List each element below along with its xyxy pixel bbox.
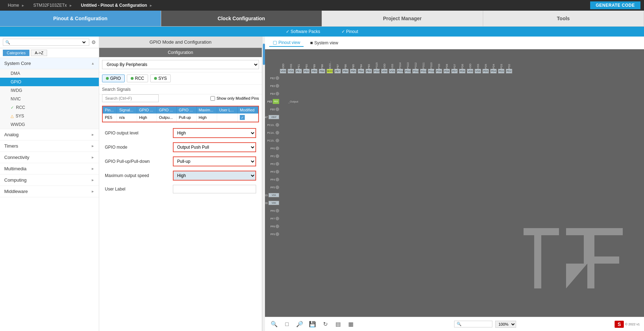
sidebar-item-sys[interactable]: △ SYS [0, 112, 99, 120]
grid-icon[interactable]: ▤ [333, 319, 343, 329]
group-by-select[interactable]: Group By Peripherals [102, 60, 259, 69]
signal-tab-rcc[interactable]: RCC [127, 75, 148, 82]
signal-tab-gpio[interactable]: GPIO [102, 75, 125, 82]
subtab-software-packs[interactable]: ✓ Software Packs [286, 29, 320, 34]
category-search-box[interactable]: 🔍 [3, 39, 89, 46]
category-analog[interactable]: Analog ► [0, 129, 99, 140]
category-dropdown[interactable] [12, 40, 87, 45]
gpio-mode-select[interactable]: Output Push Pull [174, 143, 255, 151]
bottom-search-input[interactable] [462, 322, 490, 326]
tab-pinout[interactable]: Pinout & Configuration [0, 11, 161, 26]
zoom-out-icon[interactable]: 🔎 [295, 319, 305, 329]
gpio-pull-select[interactable]: Pull-up [174, 157, 255, 166]
sidebar-item-rcc[interactable]: ✓ RCC [0, 103, 99, 112]
search-signals-input[interactable] [102, 94, 159, 102]
subtab-pinout[interactable]: ✓ Pinout [341, 29, 358, 34]
sidebar-item-iwdg[interactable]: IWDG [0, 86, 99, 95]
pin-pg10-top[interactable]: PG10PG10 [427, 49, 435, 74]
nav-project[interactable]: Untitled - Pinout & Configuration ► [77, 0, 157, 11]
settings-icon[interactable]: ⚙ [91, 39, 96, 45]
sidebar-item-gpio[interactable]: GPIO [0, 78, 99, 86]
pin-vss3-top[interactable]: VSSVSS [474, 49, 482, 74]
vss-box[interactable]: VSS [269, 193, 279, 197]
config-header: Configuration [99, 48, 262, 57]
pin-pd3-top[interactable]: PD3PD3 [497, 49, 505, 74]
pin-pb6-top[interactable]: PB6PB6 [341, 49, 349, 74]
gpio-pull-wrapper[interactable]: Pull-up [173, 156, 256, 166]
category-timers[interactable]: Timers ► [0, 140, 99, 152]
sidebar-item-wwdg[interactable]: WWDG [0, 120, 99, 129]
system-view-btn[interactable]: ■ System view [306, 39, 341, 46]
signal-tab-sys[interactable]: SYS [150, 75, 171, 82]
right-panel: ▢ Pinout view ■ System view VDDVDD VSSVS… [265, 37, 644, 331]
center-scrollbar[interactable] [262, 37, 265, 331]
pe5-pin-box[interactable]: PE5 [273, 99, 279, 104]
tab-tools[interactable]: Tools [483, 11, 644, 26]
pin-pg15-top[interactable]: PG15PG15 [373, 49, 380, 74]
zoom-in-icon[interactable]: 🔍 [269, 319, 279, 329]
category-system-core[interactable]: System Core ▲ [0, 58, 99, 69]
tab-clock[interactable]: Clock Configuration [161, 11, 322, 26]
pin-pg13-top[interactable]: PG13PG13 [404, 49, 412, 74]
sidebar-item-nvic[interactable]: NVIC [0, 95, 99, 103]
pin-pd7-top[interactable]: PD7PD7 [451, 49, 458, 74]
pin-pb4-top[interactable]: PB4PB4 [357, 49, 365, 74]
pin-pg14-top[interactable]: PG14PG14 [396, 49, 404, 74]
category-computing[interactable]: Computing ► [0, 175, 99, 186]
gpio-mode-wrapper[interactable]: Output Push Pull [173, 142, 256, 152]
generate-code-button[interactable]: GENERATE CODE [590, 1, 640, 9]
pin-pd5-top[interactable]: PD5PD5 [482, 49, 490, 74]
pin-pb3-top[interactable]: PB3PB3 [365, 49, 373, 74]
pinout-view-btn[interactable]: ▢ Pinout view [269, 39, 304, 47]
max-speed-wrapper[interactable]: High [173, 171, 256, 181]
system-view-icon: ■ [310, 40, 313, 45]
max-speed-select[interactable]: High [174, 171, 255, 180]
pin-pd2-top[interactable]: PD2PD2 [505, 49, 513, 74]
category-connectivity[interactable]: Connectivity ► [0, 152, 99, 163]
filter-az[interactable]: A->Z [31, 50, 47, 56]
pin-row-vss: VSS VSS [265, 191, 281, 199]
rotate-icon[interactable]: ↻ [320, 319, 330, 329]
export-icon[interactable]: 💾 [307, 319, 317, 329]
table-row[interactable]: PE5 n/a High Outpu... Pull-up High ✓ [103, 114, 258, 122]
pin-vdd2-top[interactable]: VDDVDD [380, 49, 388, 74]
pin-pd4-top[interactable]: PD4PD4 [490, 49, 497, 74]
pin-boot0-top[interactable]: BOO...BOO [326, 49, 334, 74]
layout-icon[interactable]: ▦ [346, 319, 356, 329]
pin-vdd3-top[interactable]: VDDVDD [466, 49, 474, 74]
category-middleware[interactable]: Middleware ► [0, 186, 99, 197]
pin-pe1-top[interactable]: PE1PE1 [295, 49, 303, 74]
category-multimedia[interactable]: Multimedia ► [0, 163, 99, 175]
pin-pb5-top[interactable]: PB5PB5 [349, 49, 357, 74]
vbat-box[interactable]: VBAT [269, 115, 279, 119]
tab-project-manager[interactable]: Project Manager [322, 11, 483, 26]
pin-pg11-top[interactable]: PG11PG11 [419, 49, 427, 74]
pin-pb7-top[interactable]: PB7PB7 [334, 49, 341, 74]
pin-pg9-top[interactable]: PG9PG9 [435, 49, 443, 74]
pin-vss2-top[interactable]: VSSVSS [388, 49, 396, 74]
vdd-box[interactable]: VDD [269, 201, 279, 205]
pin-pe0-top[interactable]: PE0PE0 [303, 49, 310, 74]
pin-pg12-top[interactable]: PG12PG12 [412, 49, 419, 74]
pin-vdd-top[interactable]: VDDVDD [279, 49, 287, 74]
gpio-output-level-select[interactable]: High [174, 129, 255, 137]
col-pin: Pin... [103, 106, 117, 114]
zoom-level-select[interactable]: 50% 75% 100% 150% 200% [495, 321, 516, 328]
pin-pb9-top[interactable]: PB9PB9 [310, 49, 318, 74]
nav-home[interactable]: Home ► [4, 0, 29, 11]
fit-view-icon[interactable]: □ [282, 319, 292, 329]
sidebar-item-dma[interactable]: DMA [0, 69, 99, 78]
bottom-search-icon: 🔍 [457, 322, 462, 326]
pin-row-pe5[interactable]: PE5 PE5 _Output [265, 98, 281, 105]
show-modified-checkbox[interactable] [210, 96, 215, 101]
gpio-output-level-wrapper[interactable]: High [173, 128, 256, 138]
pin-pd6-top[interactable]: PD6PD6 [458, 49, 466, 74]
user-label-input[interactable] [173, 185, 256, 193]
pin-pd8-top[interactable]: PD8PD8 [443, 49, 451, 74]
pin-pb8-top[interactable]: PB8PB8 [318, 49, 326, 74]
pin-vss-top[interactable]: VSSVSS [287, 49, 295, 74]
filter-categories[interactable]: Categories [3, 50, 29, 56]
pf1-indicator [276, 154, 279, 158]
nav-chip[interactable]: STM32F103ZETx ► [29, 0, 77, 11]
cell-gpio2: Outpu... [157, 114, 176, 122]
